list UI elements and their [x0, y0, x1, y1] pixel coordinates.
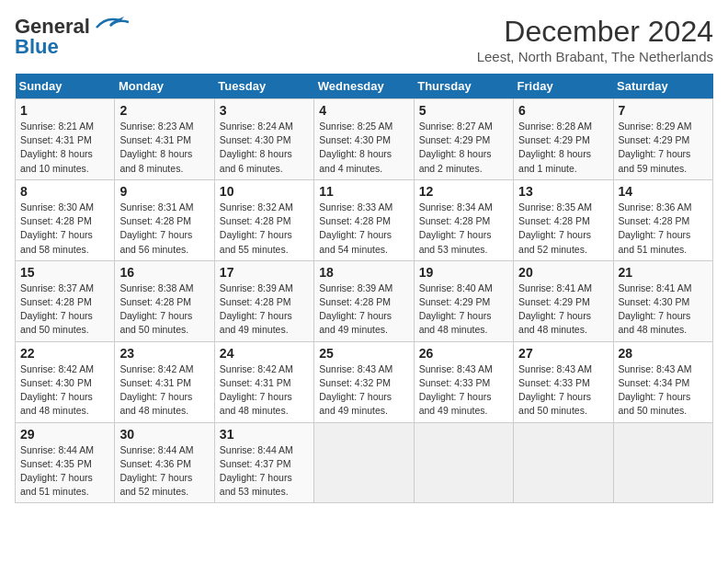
day-number: 11 — [319, 184, 408, 199]
calendar-cell: 22 Sunrise: 8:42 AMSunset: 4:30 PMDaylig… — [16, 341, 115, 422]
day-number: 10 — [220, 184, 309, 199]
col-header-saturday: Saturday — [613, 74, 712, 99]
day-number: 30 — [119, 427, 209, 442]
day-number: 6 — [518, 103, 608, 118]
calendar-cell: 6 Sunrise: 8:28 AMSunset: 4:29 PMDayligh… — [514, 99, 613, 180]
day-info: Sunrise: 8:43 AMSunset: 4:33 PMDaylight:… — [518, 362, 608, 419]
day-number: 21 — [619, 265, 708, 280]
calendar-cell: 7 Sunrise: 8:29 AMSunset: 4:29 PMDayligh… — [613, 99, 712, 180]
day-info: Sunrise: 8:35 AMSunset: 4:28 PMDaylight:… — [518, 201, 608, 257]
logo-bird-icon — [92, 15, 129, 31]
day-number: 5 — [419, 103, 508, 118]
day-number: 28 — [619, 346, 708, 361]
calendar-cell: 27 Sunrise: 8:43 AMSunset: 4:33 PMDaylig… — [514, 341, 613, 422]
week-row-4: 22 Sunrise: 8:42 AMSunset: 4:30 PMDaylig… — [16, 341, 713, 422]
day-number: 14 — [619, 184, 708, 199]
logo: General Blue — [15, 15, 129, 59]
main-title: December 2024 — [477, 15, 713, 49]
calendar-cell: 2 Sunrise: 8:23 AMSunset: 4:31 PMDayligh… — [115, 99, 214, 180]
day-number: 12 — [419, 184, 508, 199]
page-header: General Blue December 2024 Leest, North … — [15, 15, 713, 64]
day-info: Sunrise: 8:40 AMSunset: 4:29 PMDaylight:… — [419, 282, 508, 338]
day-number: 25 — [319, 346, 408, 361]
calendar-cell: 18 Sunrise: 8:39 AMSunset: 4:28 PMDaylig… — [314, 260, 414, 341]
day-info: Sunrise: 8:34 AMSunset: 4:28 PMDaylight:… — [419, 201, 508, 257]
day-number: 4 — [319, 103, 408, 118]
col-header-monday: Monday — [115, 74, 214, 99]
day-number: 3 — [220, 103, 309, 118]
calendar-cell: 21 Sunrise: 8:41 AMSunset: 4:30 PMDaylig… — [613, 260, 712, 341]
calendar-cell — [414, 422, 513, 503]
calendar-cell: 15 Sunrise: 8:37 AMSunset: 4:28 PMDaylig… — [16, 260, 115, 341]
calendar-cell: 31 Sunrise: 8:44 AMSunset: 4:37 PMDaylig… — [214, 422, 313, 503]
day-number: 29 — [20, 427, 109, 442]
day-number: 19 — [419, 265, 508, 280]
day-number: 17 — [220, 265, 309, 280]
calendar-cell: 16 Sunrise: 8:38 AMSunset: 4:28 PMDaylig… — [115, 260, 214, 341]
title-area: December 2024 Leest, North Brabant, The … — [477, 15, 713, 64]
day-number: 23 — [119, 346, 209, 361]
day-number: 2 — [119, 103, 209, 118]
day-number: 8 — [20, 184, 109, 199]
day-number: 22 — [20, 346, 109, 361]
day-info: Sunrise: 8:43 AMSunset: 4:32 PMDaylight:… — [319, 362, 408, 419]
calendar-cell: 24 Sunrise: 8:42 AMSunset: 4:31 PMDaylig… — [214, 341, 313, 422]
day-info: Sunrise: 8:29 AMSunset: 4:29 PMDaylight:… — [619, 120, 708, 176]
calendar-cell: 19 Sunrise: 8:40 AMSunset: 4:29 PMDaylig… — [414, 260, 513, 341]
day-info: Sunrise: 8:33 AMSunset: 4:28 PMDaylight:… — [319, 201, 408, 257]
calendar-cell — [314, 422, 414, 503]
day-info: Sunrise: 8:32 AMSunset: 4:28 PMDaylight:… — [220, 201, 309, 257]
week-row-5: 29 Sunrise: 8:44 AMSunset: 4:35 PMDaylig… — [16, 422, 713, 503]
day-info: Sunrise: 8:38 AMSunset: 4:28 PMDaylight:… — [119, 282, 209, 338]
calendar-cell: 26 Sunrise: 8:43 AMSunset: 4:33 PMDaylig… — [414, 341, 513, 422]
day-number: 7 — [619, 103, 708, 118]
calendar-cell: 3 Sunrise: 8:24 AMSunset: 4:30 PMDayligh… — [214, 99, 313, 180]
day-info: Sunrise: 8:31 AMSunset: 4:28 PMDaylight:… — [119, 201, 209, 257]
day-info: Sunrise: 8:44 AMSunset: 4:36 PMDaylight:… — [119, 443, 209, 500]
day-number: 15 — [20, 265, 109, 280]
day-info: Sunrise: 8:23 AMSunset: 4:31 PMDaylight:… — [119, 120, 209, 176]
calendar-cell: 9 Sunrise: 8:31 AMSunset: 4:28 PMDayligh… — [115, 179, 214, 260]
subtitle: Leest, North Brabant, The Netherlands — [477, 49, 713, 64]
col-header-wednesday: Wednesday — [314, 74, 414, 99]
day-info: Sunrise: 8:39 AMSunset: 4:28 PMDaylight:… — [319, 282, 408, 338]
week-row-2: 8 Sunrise: 8:30 AMSunset: 4:28 PMDayligh… — [16, 179, 713, 260]
day-info: Sunrise: 8:24 AMSunset: 4:30 PMDaylight:… — [220, 120, 309, 176]
header-row: SundayMondayTuesdayWednesdayThursdayFrid… — [16, 74, 713, 99]
day-info: Sunrise: 8:28 AMSunset: 4:29 PMDaylight:… — [518, 120, 608, 176]
calendar-cell: 11 Sunrise: 8:33 AMSunset: 4:28 PMDaylig… — [314, 179, 414, 260]
day-info: Sunrise: 8:36 AMSunset: 4:28 PMDaylight:… — [619, 201, 708, 257]
day-info: Sunrise: 8:30 AMSunset: 4:28 PMDaylight:… — [20, 201, 109, 257]
day-info: Sunrise: 8:41 AMSunset: 4:29 PMDaylight:… — [518, 282, 608, 338]
calendar-table: SundayMondayTuesdayWednesdayThursdayFrid… — [15, 74, 713, 503]
day-info: Sunrise: 8:44 AMSunset: 4:35 PMDaylight:… — [20, 443, 109, 500]
calendar-cell: 8 Sunrise: 8:30 AMSunset: 4:28 PMDayligh… — [16, 179, 115, 260]
day-info: Sunrise: 8:43 AMSunset: 4:33 PMDaylight:… — [419, 362, 508, 419]
calendar-cell — [514, 422, 613, 503]
calendar-cell: 1 Sunrise: 8:21 AMSunset: 4:31 PMDayligh… — [16, 99, 115, 180]
week-row-3: 15 Sunrise: 8:37 AMSunset: 4:28 PMDaylig… — [16, 260, 713, 341]
day-number: 26 — [419, 346, 508, 361]
day-number: 24 — [220, 346, 309, 361]
day-number: 1 — [20, 103, 109, 118]
calendar-cell — [613, 422, 712, 503]
day-info: Sunrise: 8:37 AMSunset: 4:28 PMDaylight:… — [20, 282, 109, 338]
day-info: Sunrise: 8:39 AMSunset: 4:28 PMDaylight:… — [220, 282, 309, 338]
calendar-cell: 4 Sunrise: 8:25 AMSunset: 4:30 PMDayligh… — [314, 99, 414, 180]
calendar-cell: 30 Sunrise: 8:44 AMSunset: 4:36 PMDaylig… — [115, 422, 214, 503]
day-info: Sunrise: 8:42 AMSunset: 4:31 PMDaylight:… — [220, 362, 309, 419]
day-number: 27 — [518, 346, 608, 361]
day-info: Sunrise: 8:21 AMSunset: 4:31 PMDaylight:… — [20, 120, 109, 176]
day-number: 16 — [119, 265, 209, 280]
calendar-cell: 12 Sunrise: 8:34 AMSunset: 4:28 PMDaylig… — [414, 179, 513, 260]
day-info: Sunrise: 8:42 AMSunset: 4:30 PMDaylight:… — [20, 362, 109, 419]
calendar-cell: 14 Sunrise: 8:36 AMSunset: 4:28 PMDaylig… — [613, 179, 712, 260]
col-header-sunday: Sunday — [16, 74, 115, 99]
day-number: 31 — [220, 427, 309, 442]
col-header-thursday: Thursday — [414, 74, 513, 99]
calendar-cell: 5 Sunrise: 8:27 AMSunset: 4:29 PMDayligh… — [414, 99, 513, 180]
calendar-cell: 29 Sunrise: 8:44 AMSunset: 4:35 PMDaylig… — [16, 422, 115, 503]
day-number: 20 — [518, 265, 608, 280]
day-info: Sunrise: 8:42 AMSunset: 4:31 PMDaylight:… — [119, 362, 209, 419]
calendar-cell: 25 Sunrise: 8:43 AMSunset: 4:32 PMDaylig… — [314, 341, 414, 422]
